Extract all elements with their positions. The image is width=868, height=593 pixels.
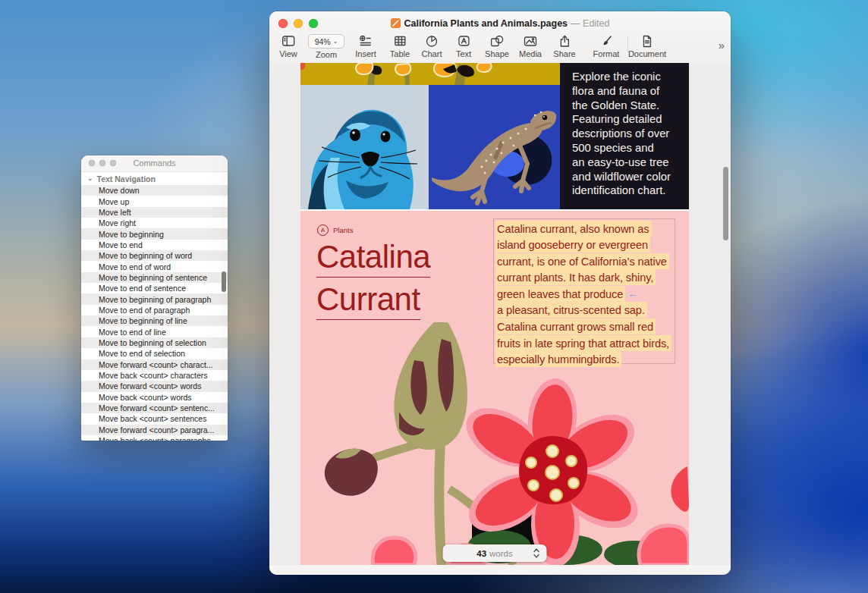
toolbar-label: Text [456, 49, 471, 58]
intro-line: flora and fauna of [572, 84, 681, 99]
intro-line: the Golden State. [572, 99, 681, 113]
zoom-select[interactable]: 94% ⌄ [308, 34, 344, 49]
window-title: California Plants and Animals.pages— Edi… [269, 17, 731, 30]
document-icon [641, 34, 653, 48]
window-scrollbar[interactable] [723, 167, 728, 240]
pages-app-icon [391, 17, 401, 30]
insert-icon [359, 34, 372, 48]
list-item[interactable]: Move back <count> words [81, 392, 228, 403]
line-break-icon: ← [627, 288, 637, 300]
chevron-down-icon: ⌄ [87, 174, 93, 182]
list-item[interactable]: Move to beginning of selection [81, 337, 228, 348]
pink-section: A Plants Catalina Currant [300, 211, 689, 565]
format-icon [600, 34, 613, 48]
document-page[interactable]: Explore the iconic flora and fauna of th… [300, 63, 689, 565]
body-text-box[interactable]: Catalina currant, also known as island g… [493, 218, 675, 364]
toolbar-label: Share [553, 49, 575, 58]
intro-line: 500 species and [572, 141, 681, 155]
body-line: especially hummingbirds. [495, 352, 675, 369]
intro-line: Explore the iconic [572, 70, 681, 84]
table-icon [393, 34, 406, 48]
body-line: currant, is one of California’s native [495, 253, 675, 270]
body-line: currant plants. It has dark, shiny, [495, 270, 675, 287]
toolbar-label: Zoom [316, 50, 337, 59]
list-item[interactable]: Move back <count> sentences [81, 413, 228, 424]
document-button[interactable]: Document [628, 34, 666, 58]
list-item[interactable]: Move left [81, 207, 228, 218]
intro-text-box[interactable]: Explore the iconic flora and fauna of th… [560, 63, 689, 209]
list-item[interactable]: Move up [81, 196, 228, 206]
body-line: a pleasant, citrus-scented sap. [495, 303, 675, 319]
heading-line: Currant [316, 284, 420, 320]
text-button[interactable]: Text [456, 34, 471, 58]
list-item[interactable]: Move forward <count> charact... [81, 359, 228, 370]
zoom-button[interactable]: 94% ⌄ Zoom [308, 34, 344, 59]
edited-badge: — Edited [571, 18, 609, 29]
view-button[interactable]: View [279, 34, 297, 58]
toolbar-label: View [279, 49, 297, 58]
list-item[interactable]: Move right [81, 218, 228, 228]
list-item[interactable]: Move forward <count> words [81, 381, 228, 391]
list-item[interactable]: Move to end of paragraph [81, 305, 228, 315]
seal-image[interactable] [300, 85, 429, 209]
list-item[interactable]: Move down [81, 185, 228, 196]
body-line: fruits in late spring that attract birds… [495, 335, 675, 352]
section-label: Text Navigation [97, 174, 156, 184]
word-count-pill[interactable]: 43 words [443, 544, 547, 562]
share-button[interactable]: Share [553, 34, 575, 58]
list-item[interactable]: Move to end [81, 240, 228, 250]
intro-line: Featuring detailed [572, 112, 681, 127]
word-count-label: words [489, 549, 513, 558]
table-button[interactable]: Table [390, 34, 410, 58]
toolbar-label: Format [593, 49, 620, 58]
toolbar-label: Shape [485, 49, 509, 58]
article-heading[interactable]: Catalina Currant [316, 241, 430, 326]
panel-scrollbar[interactable] [222, 271, 226, 292]
stepper-icon[interactable] [533, 548, 540, 560]
format-button[interactable]: Format [593, 34, 620, 58]
toolbar-label: Chart [422, 49, 442, 58]
toolbar-overflow-button[interactable]: » [719, 39, 723, 52]
commands-list: Move down Move up Move left Move right M… [81, 185, 228, 441]
list-item[interactable]: Move to beginning of word [81, 250, 228, 261]
media-button[interactable]: Media [519, 34, 542, 58]
toolbar-label: Insert [355, 49, 376, 58]
window-bottom-bar [269, 565, 731, 575]
view-icon [281, 34, 295, 48]
list-item[interactable]: Move forward <count> sentenc... [81, 403, 228, 413]
toolbar-label: Media [519, 49, 542, 58]
share-icon [558, 34, 571, 48]
list-item[interactable]: Move back <count> paragraphs [81, 435, 228, 441]
heading-line: Catalina [316, 241, 430, 278]
commands-panel: Commands ⌄ Text Navigation Move down Mov… [81, 155, 228, 441]
window-chrome: California Plants and Animals.pages— Edi… [269, 11, 731, 64]
category-letter-icon: A [317, 224, 329, 236]
poppy-band-image[interactable] [300, 63, 560, 85]
zoom-value: 94% [315, 37, 331, 46]
list-item[interactable]: Move to beginning of line [81, 315, 228, 326]
list-item[interactable]: Move forward <count> paragra... [81, 425, 228, 435]
list-item[interactable]: Move back <count> characters [81, 370, 228, 381]
chevron-down-icon: ⌄ [333, 38, 338, 45]
shape-button[interactable]: Shape [485, 34, 509, 58]
list-item[interactable]: Move to beginning of paragraph [81, 293, 228, 304]
category-tag[interactable]: A Plants [317, 224, 353, 236]
list-item[interactable]: Move to end of word [81, 261, 228, 271]
body-line: Catalina currant, also known as [495, 221, 675, 237]
list-item[interactable]: Move to end of line [81, 326, 228, 337]
list-item[interactable]: Move to beginning [81, 228, 228, 239]
chart-icon [426, 34, 439, 48]
shape-icon [490, 34, 504, 48]
media-icon [524, 34, 537, 48]
insert-button[interactable]: Insert [355, 34, 376, 58]
list-item[interactable]: Move to end of selection [81, 348, 228, 359]
commands-panel-title: Commands [81, 158, 228, 168]
section-text-navigation[interactable]: ⌄ Text Navigation [81, 172, 228, 185]
list-item[interactable]: Move to beginning of sentence [81, 272, 228, 283]
toolbar-label: Table [390, 49, 410, 58]
commands-panel-titlebar: Commands [81, 155, 228, 172]
lizard-image[interactable] [429, 85, 560, 209]
list-item[interactable]: Move to end of sentence [81, 283, 228, 293]
document-viewport: Explore the iconic flora and fauna of th… [269, 63, 731, 565]
chart-button[interactable]: Chart [422, 34, 442, 58]
